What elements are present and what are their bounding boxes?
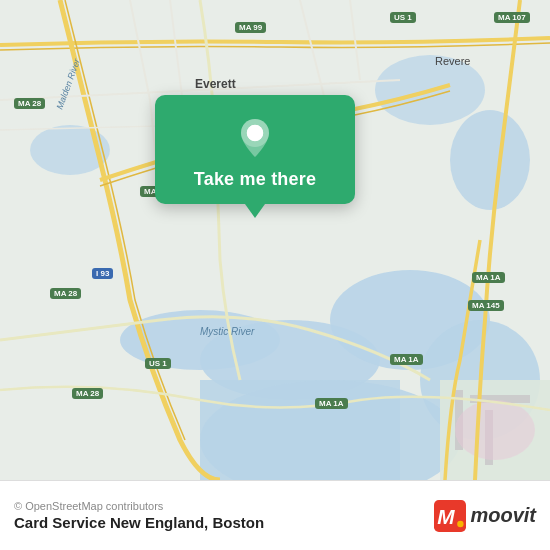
moovit-label: moovit [470,504,536,527]
location-pin-icon [231,113,279,161]
map-attribution: © OpenStreetMap contributors [14,500,264,512]
svg-text:Mystic River: Mystic River [200,326,255,337]
svg-point-24 [458,520,464,526]
shield-us1-mid: US 1 [145,358,171,369]
footer: © OpenStreetMap contributors Card Servic… [0,480,550,550]
shield-us1-top: US 1 [390,12,416,23]
footer-text-block: © OpenStreetMap contributors Card Servic… [14,500,264,531]
svg-text:Everett: Everett [195,77,236,91]
svg-point-9 [450,110,530,210]
shield-i93: I 93 [92,268,113,279]
shield-ma1a-lower: MA 1A [315,398,348,409]
shield-ma28-mid: MA 28 [50,288,81,299]
shield-ma1a-right: MA 1A [472,272,505,283]
moovit-m-icon: M [434,500,466,532]
moovit-logo: M moovit [434,500,536,532]
map-background: Mystic River Everett Revere Malden River [0,0,550,480]
map-container[interactable]: Mystic River Everett Revere Malden River… [0,0,550,480]
shield-ma28-lower: MA 28 [72,388,103,399]
popup-card: Take me there [155,95,355,204]
location-title: Card Service New England, Boston [14,514,264,531]
shield-ma28-top-left: MA 28 [14,98,45,109]
take-me-there-button[interactable]: Take me there [194,169,316,190]
shield-ma145: MA 145 [468,300,504,311]
shield-ma107: MA 107 [494,12,530,23]
svg-point-14 [455,400,535,460]
svg-text:M: M [438,505,456,528]
shield-ma1a-mid: MA 1A [390,354,423,365]
svg-text:Revere: Revere [435,55,470,67]
shield-ma99-top: MA 99 [235,22,266,33]
